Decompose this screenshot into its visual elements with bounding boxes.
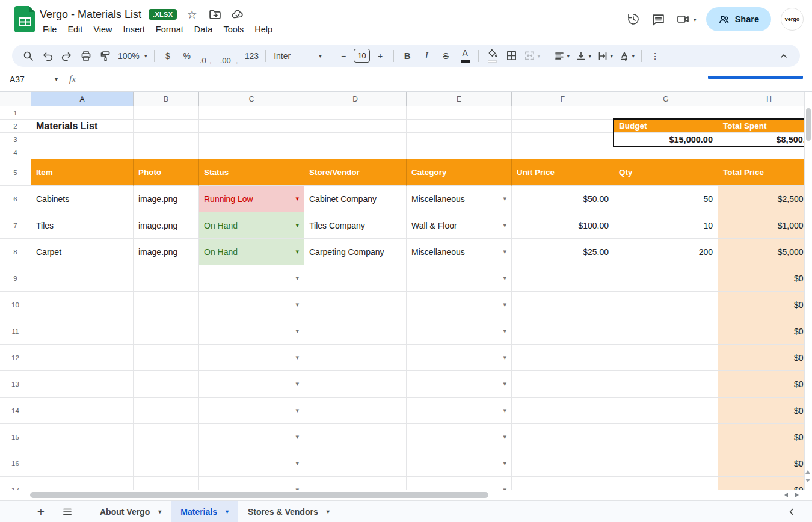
merge-cells-button[interactable]: ▾: [521, 47, 543, 65]
cell-A15[interactable]: [31, 424, 134, 450]
more-formats-button[interactable]: 123: [242, 47, 261, 65]
dropdown-arrow-icon[interactable]: ▾: [503, 301, 506, 309]
row-header-1[interactable]: 1: [0, 106, 31, 120]
cell-D16[interactable]: [304, 450, 407, 477]
table-header-unit-price[interactable]: Unit Price: [512, 159, 614, 186]
cell-F17[interactable]: [512, 477, 614, 490]
more-options-button[interactable]: ⋮: [646, 47, 664, 65]
cell-B17[interactable]: [134, 477, 199, 490]
cell-D11[interactable]: [304, 318, 407, 345]
menu-format[interactable]: Format: [150, 23, 189, 36]
column-header-E[interactable]: E: [407, 92, 512, 106]
cell-status-r7[interactable]: On Hand▾: [199, 212, 304, 239]
star-icon[interactable]: ☆: [184, 7, 200, 22]
cell-B10[interactable]: [134, 292, 199, 318]
version-history-icon[interactable]: [626, 11, 641, 27]
row-header-6[interactable]: 6: [0, 186, 31, 212]
cell-D14[interactable]: [304, 398, 407, 424]
row-header-12[interactable]: 12: [0, 345, 31, 371]
scroll-up-arrow[interactable]: [805, 470, 810, 474]
cell-vendor-r8[interactable]: Carpeting Company: [304, 239, 407, 265]
scroll-down-arrow[interactable]: [805, 479, 810, 482]
dropdown-arrow-icon[interactable]: ▾: [295, 433, 299, 441]
cell-photo-r7[interactable]: image.png: [134, 212, 199, 239]
account-avatar[interactable]: vergo: [781, 8, 804, 31]
cell-category-r9[interactable]: ▾: [407, 265, 512, 292]
text-rotation-button[interactable]: ▾: [617, 47, 637, 65]
row-header-7[interactable]: 7: [0, 212, 31, 239]
cell-category-r15[interactable]: ▾: [407, 424, 512, 450]
cell-total-spent-value[interactable]: $8,500.00: [718, 133, 812, 146]
select-all-corner[interactable]: [0, 92, 31, 106]
cell-C3[interactable]: [199, 133, 304, 146]
row-header-11[interactable]: 11: [0, 318, 31, 345]
strikethrough-button[interactable]: S: [437, 47, 455, 65]
cell-unit-price-r8[interactable]: $25.00: [512, 239, 614, 265]
cell-photo-r8[interactable]: image.png: [134, 239, 199, 265]
cell-status-r17[interactable]: ▾: [199, 477, 304, 490]
cell-vendor-r7[interactable]: Tiles Company: [304, 212, 407, 239]
table-header-store-vendor[interactable]: Store/Vendor: [304, 159, 407, 186]
decrease-decimal-button[interactable]: .0←: [197, 47, 217, 65]
cell-category-r6[interactable]: Miscellaneous▾: [407, 186, 512, 212]
dropdown-arrow-icon[interactable]: ▾: [503, 195, 506, 203]
dropdown-arrow-icon[interactable]: ▾: [295, 274, 299, 282]
cell-status-r15[interactable]: ▾: [199, 424, 304, 450]
cell-item-r8[interactable]: Carpet: [31, 239, 134, 265]
cell-category-r10[interactable]: ▾: [407, 292, 512, 318]
cell-total-price-r15[interactable]: $0.00: [718, 424, 812, 450]
cell-B11[interactable]: [134, 318, 199, 345]
row-header-10[interactable]: 10: [0, 292, 31, 318]
menu-view[interactable]: View: [88, 23, 117, 36]
horizontal-scrollbar-thumb[interactable]: [30, 492, 488, 498]
column-header-A[interactable]: A: [31, 92, 134, 106]
cell-G17[interactable]: [614, 477, 718, 490]
name-box[interactable]: A37 ▾: [0, 75, 58, 84]
collapse-side-panel-chevron[interactable]: [782, 502, 801, 521]
text-color-button[interactable]: A: [456, 47, 474, 65]
comments-icon[interactable]: [651, 11, 666, 27]
sheet-tab-materials[interactable]: Materials▾: [171, 501, 238, 522]
row-header-15[interactable]: 15: [0, 424, 31, 450]
cell-G10[interactable]: [614, 292, 718, 318]
row-header-17[interactable]: 17: [0, 477, 31, 490]
cell-B9[interactable]: [134, 265, 199, 292]
cell-status-r14[interactable]: ▾: [199, 398, 304, 424]
cell-status-r12[interactable]: ▾: [199, 345, 304, 371]
dropdown-arrow-icon[interactable]: ▾: [295, 301, 299, 309]
bold-button[interactable]: B: [398, 47, 416, 65]
cell-unit-price-r6[interactable]: $50.00: [512, 186, 614, 212]
row-header-8[interactable]: 8: [0, 239, 31, 265]
dropdown-arrow-icon[interactable]: ▾: [295, 327, 299, 335]
table-header-category[interactable]: Category: [407, 159, 512, 186]
cell-D10[interactable]: [304, 292, 407, 318]
cell-G1[interactable]: [614, 106, 718, 120]
hide-menus-chevron[interactable]: [775, 47, 793, 65]
dropdown-arrow-icon[interactable]: ▾: [503, 221, 506, 229]
menu-insert[interactable]: Insert: [118, 23, 150, 36]
cell-total-price-r12[interactable]: $0.00: [718, 345, 812, 371]
table-header-status[interactable]: Status: [199, 159, 304, 186]
dropdown-arrow-icon[interactable]: ▾: [327, 508, 330, 515]
print-icon[interactable]: [77, 47, 95, 65]
menu-file[interactable]: File: [37, 23, 62, 36]
sheet-tab-stores-vendors[interactable]: Stores & Vendors▾: [238, 501, 339, 522]
cell-vendor-r6[interactable]: Cabinet Company: [304, 186, 407, 212]
cell-category-r11[interactable]: ▾: [407, 318, 512, 345]
cell-D3[interactable]: [304, 133, 407, 146]
cell-A3[interactable]: [31, 133, 134, 146]
cell-F15[interactable]: [512, 424, 614, 450]
undo-icon[interactable]: [38, 47, 57, 65]
cell-page-title[interactable]: Materials List: [31, 120, 134, 133]
join-call-button[interactable]: ▾: [676, 12, 697, 26]
vertical-scrollbar-thumb[interactable]: [806, 108, 811, 141]
horizontal-scrollbar[interactable]: [0, 490, 812, 500]
menu-edit[interactable]: Edit: [62, 23, 88, 36]
cell-A10[interactable]: [31, 292, 134, 318]
cell-G12[interactable]: [614, 345, 718, 371]
cell-status-r11[interactable]: ▾: [199, 318, 304, 345]
dropdown-arrow-icon[interactable]: ▾: [503, 407, 506, 414]
cell-total-spent-label[interactable]: Total Spent: [718, 120, 812, 133]
cell-G16[interactable]: [614, 450, 718, 477]
dropdown-arrow-icon[interactable]: ▾: [295, 380, 299, 388]
